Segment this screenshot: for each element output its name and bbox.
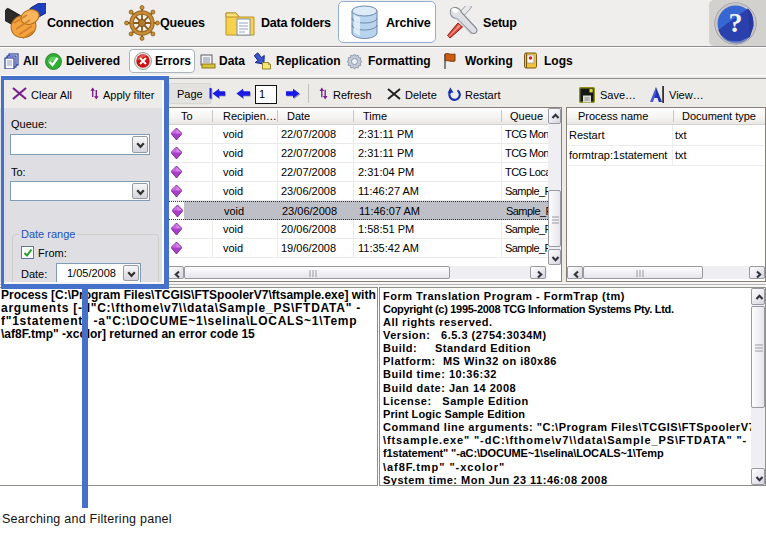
svg-text:?: ?: [729, 7, 743, 38]
